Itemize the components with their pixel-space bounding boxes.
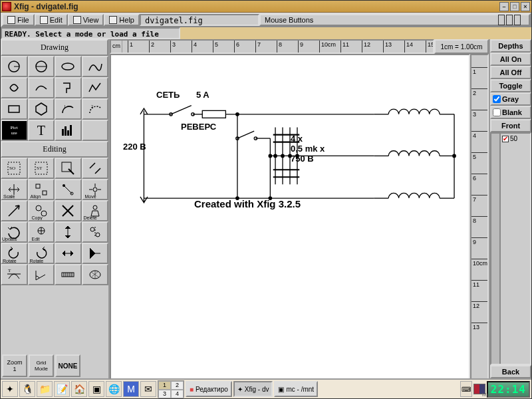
desktop-pager[interactable]: 1 2 3 4 — [158, 380, 184, 398]
depths-gray[interactable]: Gray — [490, 92, 531, 106]
depths-scrollbar[interactable] — [491, 134, 501, 364]
folder-icon[interactable]: 📁 — [37, 381, 53, 397]
tool-glue[interactable]: SO — [1, 158, 28, 179]
depth-item-50[interactable]: 50 — [502, 135, 529, 142]
tool-anglemeas[interactable] — [28, 264, 55, 285]
task-xfig[interactable]: ✦Xfig - dv — [233, 381, 273, 397]
tool-picture[interactable]: Picture — [1, 120, 28, 141]
tool-update[interactable]: Update — [1, 221, 28, 243]
taskbar: ✦ 🐧 📁 📝 🏠 ▣ 🌐 M ✉ 1 2 3 4 ■Редактиро ✦Xf… — [1, 378, 531, 398]
svg-rect-19 — [43, 191, 47, 195]
menu-help[interactable]: Help — [104, 14, 140, 26]
menu-view[interactable]: View — [68, 14, 104, 26]
filename-field[interactable]: dvigatel.fig — [140, 14, 259, 26]
kmenu-icon[interactable]: ✦ — [2, 381, 18, 397]
scale-display[interactable]: 1cm = 1.00cm — [434, 39, 489, 54]
terminal-icon[interactable]: ▣ — [88, 381, 104, 397]
tool-circle-r[interactable] — [1, 56, 28, 77]
editing-section-title: Editing — [1, 141, 108, 158]
tool-library[interactable] — [55, 120, 82, 141]
task-editor[interactable]: ■Редактиро — [186, 381, 232, 397]
drawing-section-title: Drawing — [1, 39, 108, 56]
tool-polygon[interactable] — [55, 77, 82, 98]
menubar: File Edit View Help dvigatel.fig Mouse B… — [1, 13, 531, 27]
depths-back[interactable]: Back — [490, 365, 531, 378]
tool-open-compound[interactable] — [55, 158, 82, 179]
tool-ellipse-r[interactable] — [55, 56, 82, 77]
penguin-icon[interactable]: 🐧 — [19, 381, 35, 397]
tool-polyline[interactable] — [82, 77, 109, 98]
tool-empty — [82, 120, 109, 141]
tool-addarrow[interactable] — [1, 200, 28, 221]
minimize-button[interactable]: – — [499, 2, 509, 11]
tool-arc-1[interactable]: 1 — [55, 98, 82, 120]
tool-regpoly[interactable] — [28, 98, 55, 120]
editor-icon[interactable]: 📝 — [54, 381, 70, 397]
tool-spline-closed[interactable] — [1, 77, 28, 98]
titlebar[interactable]: Xfig - dvigatel.fig – □ × — [1, 1, 531, 13]
app-m-icon[interactable]: M — [123, 381, 139, 397]
svg-point-22 — [93, 188, 97, 192]
canvas[interactable]: СЕТЬ 5 A РЕВЕРС 220 B 4 x 0,5 mk x 750 B… — [110, 54, 470, 378]
globe-icon[interactable]: 🌐 — [106, 381, 122, 397]
tool-rect[interactable] — [1, 98, 28, 120]
depths-blank[interactable]: Blank — [490, 106, 531, 119]
tool-circle-d[interactable] — [28, 56, 55, 77]
gray-checkbox[interactable] — [493, 95, 501, 103]
label-caps: 4 x 0,5 mk x 750 B — [291, 134, 325, 164]
mail-icon[interactable]: ✉ — [140, 381, 156, 397]
tray-icon[interactable]: ⌨ — [460, 381, 472, 397]
tool-rotate-cw[interactable]: Rotate — [28, 243, 55, 264]
grid-value[interactable]: NONE — [55, 354, 80, 377]
tool-flip-h[interactable] — [82, 221, 109, 243]
svg-text:T: T — [8, 268, 11, 273]
tool-spline-s[interactable] — [82, 56, 109, 77]
window-title: Xfig - dvigatel.fig — [14, 2, 78, 11]
pager-4[interactable]: 4 — [171, 390, 184, 398]
depths-front[interactable]: Front — [490, 119, 531, 132]
depths-all-on[interactable]: All On — [490, 53, 531, 66]
tool-scale[interactable]: Scale — [1, 179, 28, 200]
folder-icon — [7, 16, 15, 24]
tool-spline-open[interactable] — [28, 77, 55, 98]
svg-point-28 — [96, 233, 100, 237]
ruler-vertical: 12345678910cm111213 — [470, 54, 489, 378]
tool-copy[interactable]: Copy — [28, 200, 55, 221]
pager-2[interactable]: 2 — [171, 381, 184, 390]
tool-align[interactable]: Align — [28, 179, 55, 200]
blank-checkbox[interactable] — [493, 108, 501, 116]
tool-edit[interactable]: Edit — [28, 221, 55, 243]
tool-areameas[interactable] — [82, 264, 109, 285]
tool-movept[interactable] — [55, 179, 82, 200]
tray-text: Москва — [482, 392, 500, 398]
tool-delpt[interactable] — [55, 200, 82, 221]
tool-convert[interactable] — [55, 243, 82, 264]
tool-lenmeas[interactable] — [55, 264, 82, 285]
depths-all-off[interactable]: All Off — [490, 66, 531, 79]
home-icon[interactable]: 🏠 — [71, 381, 87, 397]
menu-edit[interactable]: Edit — [35, 14, 68, 26]
maximize-button[interactable]: □ — [510, 2, 519, 11]
tool-join[interactable] — [82, 158, 109, 179]
pager-3[interactable]: 3 — [158, 390, 171, 398]
svg-rect-10 — [65, 126, 66, 136]
close-button[interactable]: × — [521, 2, 530, 11]
tool-flip-v[interactable] — [55, 221, 82, 243]
tool-tangent[interactable]: T — [1, 264, 28, 285]
tool-rotate-ccw[interactable]: Rotate — [1, 243, 28, 264]
tool-break[interactable]: ST — [28, 158, 55, 179]
zoom-box[interactable]: Zoom1 — [2, 354, 27, 377]
editing-tools: SO ST Scale Align Move Copy Delete Updat… — [1, 158, 108, 285]
tool-arc-2[interactable]: 2 — [82, 98, 109, 120]
tool-delete[interactable]: Delete — [82, 200, 109, 221]
task-mc[interactable]: ▣mc - /mnt — [274, 381, 318, 397]
depths-toggle[interactable]: Toggle — [490, 79, 531, 92]
tool-text[interactable]: T — [28, 120, 55, 141]
label-cet: СЕТЬ — [156, 90, 180, 100]
svg-line-43 — [237, 131, 254, 138]
grid-box[interactable]: Grid Mode — [29, 354, 54, 377]
tool-addpt[interactable] — [82, 243, 109, 264]
pager-1[interactable]: 1 — [158, 381, 171, 390]
menu-file[interactable]: File — [2, 14, 35, 26]
tool-move[interactable]: Move — [82, 179, 109, 200]
